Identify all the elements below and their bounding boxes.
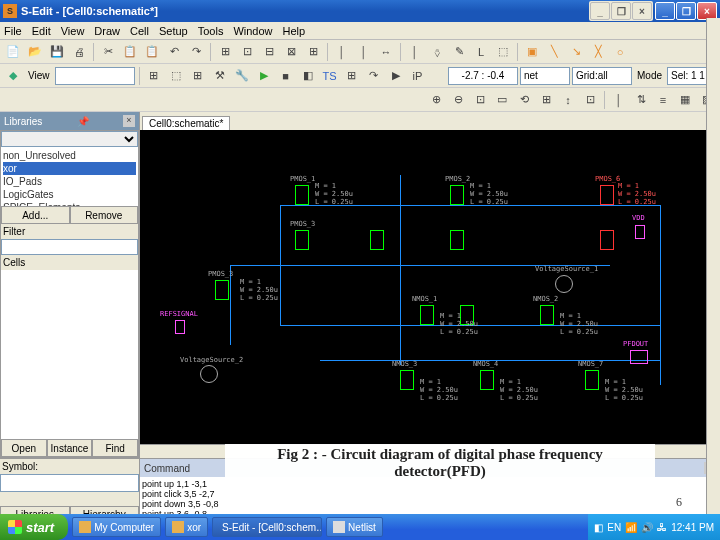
run-icon[interactable]: ▶	[254, 66, 274, 86]
pmos-device[interactable]	[450, 230, 464, 250]
view-dropdown[interactable]	[55, 67, 135, 85]
rotate-icon[interactable]: ⟲	[514, 90, 534, 110]
pmos-device[interactable]	[295, 185, 309, 205]
tool-icon[interactable]: │	[405, 42, 425, 62]
menu-help[interactable]: Help	[283, 25, 306, 37]
tool-icon[interactable]: ⊞	[144, 66, 164, 86]
paste-icon[interactable]: 📋	[142, 42, 162, 62]
tray-lang-icon[interactable]: EN	[607, 522, 621, 533]
tool-icon[interactable]: ↕	[558, 90, 578, 110]
instance-button[interactable]: Instance	[47, 439, 93, 457]
taskbar-item[interactable]: My Computer	[72, 517, 161, 537]
tool-icon[interactable]: ↷	[364, 66, 384, 86]
copy-icon[interactable]: 📋	[120, 42, 140, 62]
library-tree[interactable]: non_Unresolved xor IO_Pads LogicGates SP…	[1, 147, 138, 206]
select-icon[interactable]: ▣	[522, 42, 542, 62]
tool-icon[interactable]: ⊡	[237, 42, 257, 62]
tray-volume-icon[interactable]: 🔊	[641, 522, 653, 533]
ellipse-icon[interactable]: ○	[610, 42, 630, 62]
cells-list[interactable]	[1, 270, 138, 439]
pmos-device[interactable]	[215, 280, 229, 300]
tool-icon[interactable]: ▦	[675, 90, 695, 110]
tool-icon[interactable]: ◧	[298, 66, 318, 86]
undo-icon[interactable]: ↶	[164, 42, 184, 62]
symbol-input[interactable]	[0, 474, 139, 492]
ts-icon[interactable]: TS	[320, 66, 340, 86]
wire-icon[interactable]: ╲	[544, 42, 564, 62]
open-icon[interactable]: 📂	[25, 42, 45, 62]
menu-view[interactable]: View	[61, 25, 85, 37]
cross-icon[interactable]: ╳	[588, 42, 608, 62]
tool-icon[interactable]: ⬚	[166, 66, 186, 86]
net-field[interactable]	[520, 67, 570, 85]
tool-icon[interactable]: ↔	[376, 42, 396, 62]
view-icon[interactable]: ◆	[3, 66, 23, 86]
fit-icon[interactable]: ⊡	[470, 90, 490, 110]
taskbar-item[interactable]: Netlist	[326, 517, 383, 537]
taskbar-item-active[interactable]: S-Edit - [Cell0:schem…	[212, 517, 322, 537]
tray-icon[interactable]: 🖧	[657, 522, 667, 533]
pmos-device[interactable]	[370, 230, 384, 250]
grid-field[interactable]	[572, 67, 632, 85]
list-item-selected[interactable]: xor	[3, 162, 136, 175]
remove-button[interactable]: Remove	[70, 206, 139, 224]
add-button[interactable]: Add...	[1, 206, 70, 224]
tool-icon[interactable]: 🔧	[232, 66, 252, 86]
voltage-source[interactable]	[555, 275, 573, 293]
tool-icon[interactable]: ⇅	[631, 90, 651, 110]
tool-icon[interactable]: ⊞	[536, 90, 556, 110]
stop-icon[interactable]: ■	[276, 66, 296, 86]
tool-icon[interactable]: │	[609, 90, 629, 110]
menu-file[interactable]: File	[4, 25, 22, 37]
find-button[interactable]: Find	[92, 439, 138, 457]
label-icon[interactable]: ✎	[449, 42, 469, 62]
minimize-button[interactable]: _	[655, 2, 675, 20]
menu-cell[interactable]: Cell	[130, 25, 149, 37]
tool-icon[interactable]: ⊞	[215, 42, 235, 62]
nmos-device[interactable]	[420, 305, 434, 325]
new-icon[interactable]: 📄	[3, 42, 23, 62]
refsignal-port[interactable]	[175, 320, 185, 334]
zoom-out-icon[interactable]: ⊖	[448, 90, 468, 110]
menu-draw[interactable]: Draw	[94, 25, 120, 37]
nmos-device[interactable]	[400, 370, 414, 390]
pmos-device-selected[interactable]	[600, 185, 614, 205]
maximize-button[interactable]: ❐	[676, 2, 696, 20]
menu-tools[interactable]: Tools	[198, 25, 224, 37]
tray-icon[interactable]: ◧	[594, 522, 603, 533]
start-button[interactable]: start	[0, 514, 68, 540]
tab-active[interactable]: Cell0:schematic*	[142, 116, 230, 130]
tool-icon[interactable]: ⊠	[281, 42, 301, 62]
nmos-device[interactable]	[480, 370, 494, 390]
tool-icon[interactable]: │	[332, 42, 352, 62]
menu-window[interactable]: Window	[233, 25, 272, 37]
pin-icon[interactable]: 📌	[77, 116, 89, 127]
schematic-canvas[interactable]: PMOS_1 PMOS_2 PMOS_6 PMOS_3 PMOS_3 NMOS_…	[140, 130, 720, 444]
mdi-restore-button[interactable]: ❐	[611, 2, 631, 20]
menu-setup[interactable]: Setup	[159, 25, 188, 37]
tool-icon[interactable]: ⊞	[188, 66, 208, 86]
list-item[interactable]: non_Unresolved	[3, 149, 136, 162]
pfdout-port[interactable]	[630, 350, 648, 364]
voltage-source[interactable]	[200, 365, 218, 383]
tool-icon[interactable]: ⚒	[210, 66, 230, 86]
pmos-device[interactable]	[450, 185, 464, 205]
filter-input[interactable]	[1, 239, 138, 255]
tool-icon[interactable]: │	[354, 42, 374, 62]
nmos-device[interactable]	[585, 370, 599, 390]
tool-icon[interactable]: ▶	[386, 66, 406, 86]
save-icon[interactable]: 💾	[47, 42, 67, 62]
tray-network-icon[interactable]: 📶	[625, 522, 637, 533]
vertical-scrollbar[interactable]	[706, 18, 720, 526]
pmos-device-selected[interactable]	[600, 230, 614, 250]
redo-icon[interactable]: ↷	[186, 42, 206, 62]
mdi-min-button[interactable]: _	[590, 2, 610, 20]
nmos-device[interactable]	[540, 305, 554, 325]
pmos-device[interactable]	[295, 230, 309, 250]
taskbar-item[interactable]: xor	[165, 517, 208, 537]
menu-edit[interactable]: Edit	[32, 25, 51, 37]
circle-icon[interactable]: ⬚	[493, 42, 513, 62]
list-item[interactable]: IO_Pads	[3, 175, 136, 188]
rect-icon[interactable]: L	[471, 42, 491, 62]
open-button[interactable]: Open	[1, 439, 47, 457]
